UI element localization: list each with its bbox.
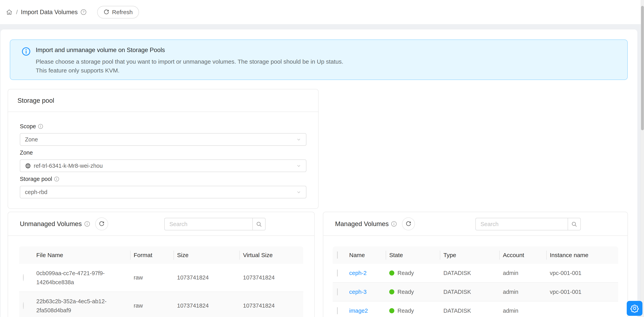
managed-search-button[interactable] <box>568 218 581 230</box>
table-row: ceph-2 Ready DATADISK admin vpc-001-001 <box>333 264 618 283</box>
zone-label-text: Zone <box>20 149 33 156</box>
chevron-down-icon <box>296 163 301 168</box>
scrollbar-thumb[interactable] <box>641 6 644 130</box>
page-title: Import Data Volumes <box>21 9 78 16</box>
volume-name-link[interactable]: ceph-2 <box>349 270 367 276</box>
format-cell: raw <box>130 274 174 281</box>
pool-label-text: Storage pool <box>20 176 52 182</box>
column-header-file-name: File Name <box>36 252 130 258</box>
format-cell: raw <box>130 302 174 309</box>
file-name-cell: 0cb099aa-cc7e-4721-97f9- 14264bce838a <box>36 269 130 287</box>
reload-icon <box>104 9 109 15</box>
table-row: 22b63c2b-352a-4ec5-ab12- 2fa508d4baf9 ra… <box>19 292 303 317</box>
account-cell: admin <box>499 289 546 295</box>
instance-name-cell: vpc-001-001 <box>546 289 618 295</box>
volume-name-link[interactable]: image2 <box>349 307 368 314</box>
volume-name-link[interactable]: ceph-3 <box>349 289 367 295</box>
storage-pool-form: Scope Zone Zone <box>8 112 318 198</box>
scope-select-value: Zone <box>25 136 38 143</box>
row-checkbox-cell <box>333 289 346 295</box>
state-cell: Ready <box>386 307 440 314</box>
select-all-checkbox[interactable] <box>337 251 338 259</box>
table-row: 0cb099aa-cc7e-4721-97f9- 14264bce838a ra… <box>19 264 303 292</box>
unmanaged-search <box>164 218 266 230</box>
refresh-button[interactable]: Refresh <box>97 6 139 19</box>
row-radio[interactable] <box>23 302 24 309</box>
virtual-size-cell: 1073741824 <box>240 274 303 281</box>
column-header-name: Name <box>346 252 386 258</box>
unmanaged-volumes-card: Unmanaged Volumes <box>8 212 315 317</box>
unmanaged-table-header: File Name Format Size Virtual Size <box>19 246 303 264</box>
managed-search <box>476 218 581 230</box>
settings-fab[interactable] <box>627 301 642 316</box>
pool-select[interactable]: ceph-rbd <box>20 186 306 198</box>
pool-info-icon[interactable] <box>54 176 59 182</box>
zone-field-label: Zone <box>20 149 306 156</box>
column-header-size: Size <box>174 252 240 258</box>
page-scrollbar <box>641 0 644 317</box>
column-header-format: Format <box>130 252 174 258</box>
unmanaged-search-button[interactable] <box>252 218 266 230</box>
row-checkbox[interactable] <box>337 288 338 295</box>
chevron-down-icon <box>296 137 301 142</box>
pool-field-label: Storage pool <box>20 175 306 182</box>
row-checkbox[interactable] <box>337 269 338 276</box>
row-checkbox[interactable] <box>337 307 338 314</box>
unmanaged-reload-button[interactable] <box>95 217 108 230</box>
zone-select[interactable]: ref-trl-6341-k-Mr8-wei-zhou <box>20 159 306 172</box>
column-header-virtual-size: Virtual Size <box>240 252 303 258</box>
content-panel: Import and unmanage volume on Storage Po… <box>0 30 637 317</box>
file-name-cell: 22b63c2b-352a-4ec5-ab12- 2fa508d4baf9 <box>36 297 130 315</box>
help-icon[interactable]: ? <box>80 9 86 15</box>
row-radio[interactable] <box>23 274 24 281</box>
info-alert: Import and unmanage volume on Storage Po… <box>10 40 628 80</box>
account-cell: admin <box>499 270 546 276</box>
chevron-down-icon <box>296 190 301 195</box>
refresh-button-label: Refresh <box>112 9 133 16</box>
virtual-size-cell: 1073741824 <box>240 302 303 309</box>
type-cell: DATADISK <box>440 307 499 314</box>
state-cell: Ready <box>386 270 440 276</box>
row-radio-cell <box>19 274 36 281</box>
status-dot-ready <box>389 270 394 275</box>
managed-volumes-card: Managed Volumes <box>323 212 628 317</box>
file-name-line: 0cb099aa-cc7e-4721-97f9- <box>36 269 130 278</box>
select-all-cell <box>333 252 346 258</box>
unmanaged-volumes-header: Unmanaged Volumes <box>8 212 314 236</box>
type-cell: DATADISK <box>440 270 499 276</box>
import-data-volumes-page: { "header": { "page_title": "Import Data… <box>0 0 644 317</box>
state-label: Ready <box>398 307 414 314</box>
scope-field-label: Scope <box>20 123 306 130</box>
state-label: Ready <box>398 270 414 276</box>
type-cell: DATADISK <box>440 289 499 295</box>
file-name-line: 14264bce838a <box>36 278 130 287</box>
scope-info-icon[interactable] <box>38 124 43 129</box>
managed-volumes-title: Managed Volumes <box>335 220 389 228</box>
storage-pool-card-title: Storage pool <box>8 89 318 112</box>
alert-title: Import and unmanage volume on Storage Po… <box>36 46 620 54</box>
column-header-state: State <box>386 252 440 258</box>
instance-name-cell: vpc-001-001 <box>546 270 618 276</box>
home-icon[interactable] <box>6 9 12 16</box>
managed-search-input[interactable] <box>476 218 568 230</box>
svg-text:?: ? <box>83 10 84 14</box>
managed-volumes-header: Managed Volumes <box>323 212 628 236</box>
unmanaged-search-input[interactable] <box>164 218 252 230</box>
file-name-line: 2fa508d4baf9 <box>36 306 130 315</box>
managed-info-icon[interactable] <box>391 221 397 227</box>
scope-select[interactable]: Zone <box>20 133 306 146</box>
column-header-account: Account <box>499 252 546 258</box>
table-row: image2 Ready DATADISK admin <box>333 301 618 317</box>
row-checkbox-cell <box>333 270 346 276</box>
breadcrumb-separator: / <box>16 9 18 16</box>
row-checkbox-cell <box>333 307 346 314</box>
globe-icon <box>25 163 31 169</box>
unmanaged-info-icon[interactable] <box>84 221 90 227</box>
column-header-type: Type <box>440 252 499 258</box>
status-dot-ready <box>389 289 394 294</box>
info-circle-icon <box>22 47 30 56</box>
pool-select-value: ceph-rbd <box>25 189 47 195</box>
alert-description-line2: This feature only supports KVM. <box>36 66 620 75</box>
managed-reload-button[interactable] <box>402 217 415 230</box>
row-radio-cell <box>19 302 36 309</box>
